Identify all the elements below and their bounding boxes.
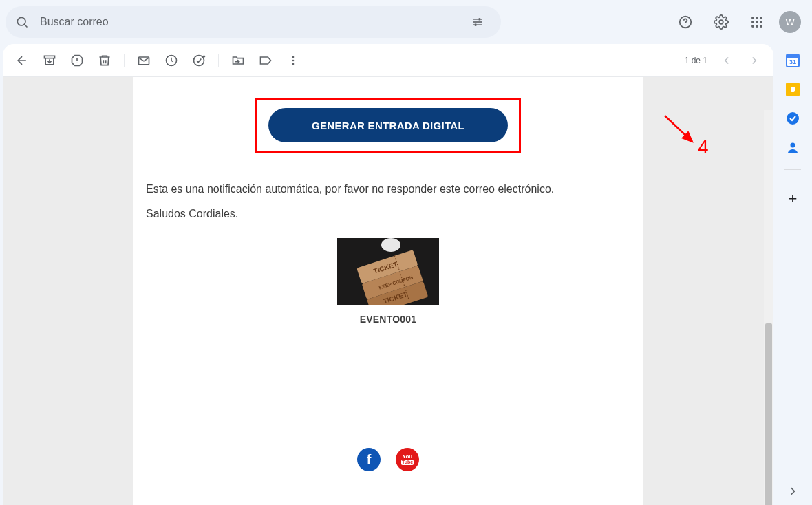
search-icon [15,15,29,29]
annotation-number: 4 [698,136,709,158]
toolbar-separator [124,54,125,67]
svg-point-8 [685,25,685,25]
svg-point-48 [791,143,795,148]
svg-point-16 [751,25,754,28]
side-panel: 31 + [773,44,812,505]
side-panel-collapse-icon[interactable] [786,484,800,498]
footer-link-divider [326,376,450,376]
svg-point-18 [760,25,762,28]
svg-line-1 [25,25,28,28]
cta-label: GENERAR ENTRADA DIGITAL [312,120,464,131]
facebook-icon[interactable]: f [357,448,381,471]
svg-point-24 [76,62,77,63]
svg-point-10 [751,17,754,19]
avatar-initial: W [785,17,794,28]
event-name-label: EVENTO001 [146,314,630,325]
youtube-icon[interactable]: YouTube [396,448,419,471]
svg-point-35 [381,238,400,252]
archive-icon[interactable] [36,47,63,74]
scrollbar-track[interactable] [764,110,773,505]
delete-icon[interactable] [91,47,118,74]
email-content: GENERAR ENTRADA DIGITAL Esta es una noti… [133,77,643,505]
search-bar[interactable] [6,6,501,38]
svg-point-47 [787,112,799,125]
svg-rect-6 [475,24,477,26]
support-icon[interactable] [672,8,699,36]
labels-icon[interactable] [252,47,279,74]
back-arrow-icon[interactable] [8,47,36,74]
annotation-arrow [663,113,705,154]
svg-point-14 [756,21,758,23]
search-input[interactable] [39,15,454,29]
svg-point-11 [756,17,758,19]
get-addons-icon[interactable]: + [786,192,800,206]
account-avatar[interactable]: W [779,11,801,33]
auto-notice-text: Esta es una notificación automática, por… [146,183,630,195]
pager-prev-icon[interactable] [713,47,740,74]
svg-point-32 [292,59,295,61]
keep-app-icon[interactable] [786,83,800,96]
svg-point-9 [719,20,723,24]
calendar-app-icon[interactable]: 31 [786,54,800,67]
svg-rect-5 [479,18,481,20]
svg-rect-44 [787,54,799,58]
pager-next-icon[interactable] [740,47,768,74]
svg-point-0 [17,17,25,25]
svg-text:31: 31 [789,58,796,65]
contacts-app-icon[interactable] [786,140,800,154]
scrollbar-thumb[interactable] [765,323,772,505]
svg-point-17 [756,25,758,28]
svg-point-15 [760,21,762,23]
event-thumbnail-image: TICKET KEEP COUPON TICKET [337,238,439,305]
tasks-app-icon[interactable] [786,111,800,125]
move-to-icon[interactable] [224,47,252,74]
mail-viewport: GENERAR ENTRADA DIGITAL Esta es una noti… [3,77,773,505]
mark-unread-icon[interactable] [130,47,158,74]
toolbar-separator [218,54,219,67]
pager-label: 1 de 1 [685,56,707,65]
apps-grid-icon[interactable] [743,8,771,36]
report-spam-icon[interactable] [63,47,91,74]
svg-point-13 [751,21,754,23]
more-icon[interactable] [279,47,307,74]
add-to-tasks-icon[interactable] [185,47,213,74]
annotation-highlight-box: GENERAR ENTRADA DIGITAL [255,98,521,153]
greeting-text: Saludos Cordiales. [146,208,630,220]
generate-digital-entry-button[interactable]: GENERAR ENTRADA DIGITAL [268,108,508,142]
svg-point-12 [760,17,762,19]
svg-point-31 [292,56,295,58]
search-options-icon[interactable] [464,8,491,36]
message-toolbar: 1 de 1 [3,44,773,77]
svg-rect-20 [45,56,55,58]
svg-point-33 [292,63,295,65]
settings-gear-icon[interactable] [707,8,735,36]
snooze-icon[interactable] [158,47,185,74]
svg-point-27 [194,55,204,65]
